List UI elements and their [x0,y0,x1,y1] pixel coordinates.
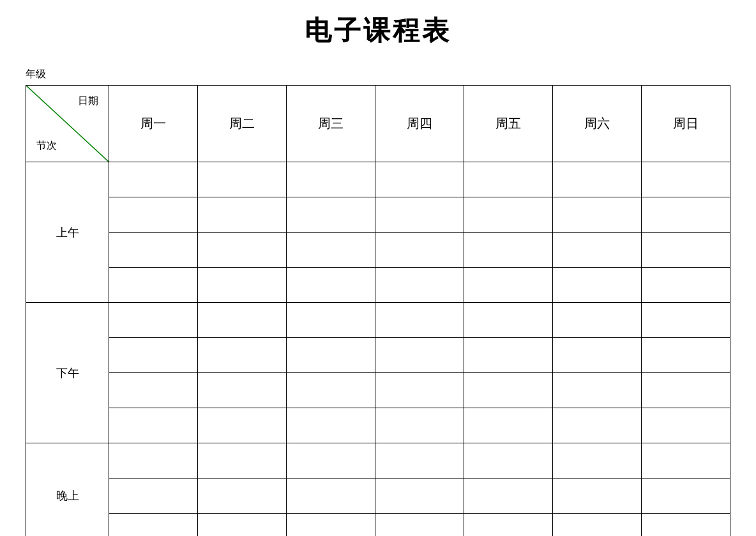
table-cell[interactable] [375,197,464,233]
weekday-thu: 周四 [375,86,464,162]
table-cell[interactable] [287,338,375,373]
table-cell[interactable] [553,479,642,514]
weekday-tue: 周二 [198,86,287,162]
table-cell[interactable] [642,303,730,338]
weekday-sat: 周六 [553,86,642,162]
table-cell[interactable] [642,373,730,408]
table-row [26,338,730,373]
table-cell[interactable] [642,268,730,303]
header-row: 日期 节次 周一 周二 周三 周四 周五 周六 周日 [26,86,730,162]
table-cell[interactable] [464,162,553,197]
table-cell[interactable] [198,162,287,197]
table-cell[interactable] [287,443,375,479]
table-cell[interactable] [464,479,553,514]
table-cell[interactable] [287,479,375,514]
table-cell[interactable] [198,408,287,443]
table-cell[interactable] [198,233,287,268]
table-row [26,268,730,303]
table-cell[interactable] [109,303,198,338]
table-cell[interactable] [198,373,287,408]
corner-period-label: 节次 [36,139,57,153]
table-cell[interactable] [464,408,553,443]
table-cell[interactable] [375,373,464,408]
table-cell[interactable] [464,514,553,537]
table-cell[interactable] [198,479,287,514]
table-cell[interactable] [287,408,375,443]
table-row: 上午 [26,162,730,197]
table-cell[interactable] [553,303,642,338]
section-label-0: 上午 [26,162,109,303]
table-cell[interactable] [553,443,642,479]
page-title: 电子课程表 [26,13,730,49]
grade-label: 年级 [26,68,730,81]
table-row [26,479,730,514]
weekday-wed: 周三 [287,86,375,162]
table-row [26,197,730,233]
table-cell[interactable] [109,162,198,197]
table-cell[interactable] [553,338,642,373]
table-cell[interactable] [642,479,730,514]
weekday-sun: 周日 [642,86,730,162]
table-cell[interactable] [642,408,730,443]
table-cell[interactable] [553,268,642,303]
table-cell[interactable] [109,373,198,408]
table-cell[interactable] [375,162,464,197]
section-label-1: 下午 [26,303,109,443]
table-cell[interactable] [198,268,287,303]
table-row: 晚上 [26,443,730,479]
table-cell[interactable] [375,303,464,338]
table-cell[interactable] [642,197,730,233]
table-cell[interactable] [464,303,553,338]
table-row [26,373,730,408]
table-cell[interactable] [287,373,375,408]
table-cell[interactable] [287,233,375,268]
table-cell[interactable] [109,233,198,268]
table-cell[interactable] [464,443,553,479]
table-cell[interactable] [375,268,464,303]
table-cell[interactable] [198,197,287,233]
table-cell[interactable] [198,338,287,373]
table-cell[interactable] [375,408,464,443]
table-cell[interactable] [642,514,730,537]
corner-cell: 日期 节次 [26,86,109,162]
table-cell[interactable] [553,408,642,443]
table-cell[interactable] [464,373,553,408]
table-cell[interactable] [642,338,730,373]
table-cell[interactable] [642,162,730,197]
table-cell[interactable] [553,197,642,233]
table-cell[interactable] [464,268,553,303]
table-cell[interactable] [109,443,198,479]
table-cell[interactable] [109,268,198,303]
table-cell[interactable] [109,197,198,233]
table-cell[interactable] [287,514,375,537]
table-cell[interactable] [198,514,287,537]
section-label-2: 晚上 [26,443,109,537]
table-cell[interactable] [198,303,287,338]
table-row [26,408,730,443]
table-cell[interactable] [464,233,553,268]
table-cell[interactable] [375,514,464,537]
table-cell[interactable] [642,233,730,268]
table-cell[interactable] [464,338,553,373]
table-cell[interactable] [553,514,642,537]
table-cell[interactable] [375,233,464,268]
table-cell[interactable] [287,162,375,197]
table-cell[interactable] [464,197,553,233]
table-cell[interactable] [375,443,464,479]
table-cell[interactable] [109,514,198,537]
table-cell[interactable] [642,443,730,479]
table-cell[interactable] [109,408,198,443]
weekday-fri: 周五 [464,86,553,162]
table-cell[interactable] [553,162,642,197]
table-cell[interactable] [109,479,198,514]
schedule-table: 日期 节次 周一 周二 周三 周四 周五 周六 周日 上午下午晚上 [26,85,730,536]
table-cell[interactable] [553,373,642,408]
table-cell[interactable] [109,338,198,373]
table-cell[interactable] [553,233,642,268]
table-cell[interactable] [287,197,375,233]
table-cell[interactable] [287,303,375,338]
table-cell[interactable] [375,479,464,514]
table-cell[interactable] [375,338,464,373]
table-cell[interactable] [287,268,375,303]
table-cell[interactable] [198,443,287,479]
